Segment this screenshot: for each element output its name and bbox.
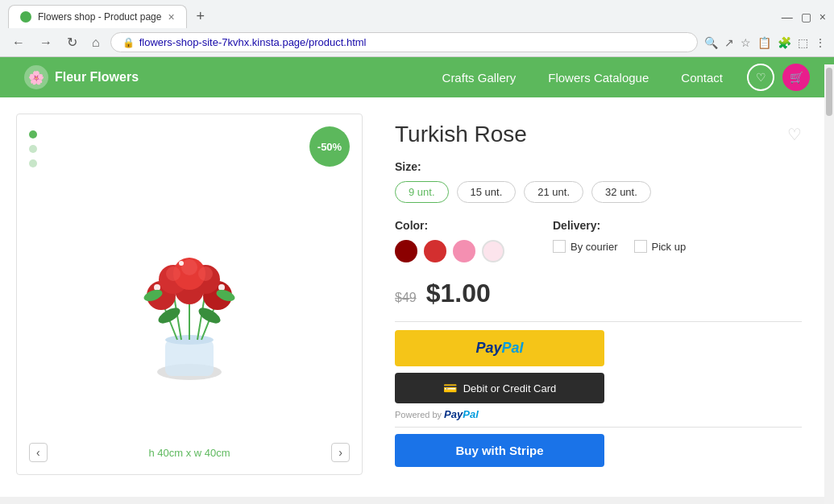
share-icon[interactable]: ↗: [724, 36, 734, 49]
svg-point-21: [179, 261, 184, 266]
pickup-checkbox[interactable]: [634, 240, 647, 253]
close-button[interactable]: ×: [819, 10, 826, 23]
site-logo[interactable]: 🌸 Fleur Flowers: [24, 65, 139, 89]
logo-text: Fleur Flowers: [55, 70, 139, 85]
powered-paypal-logo: PayPal: [444, 408, 479, 420]
wishlist-icon[interactable]: ♡: [787, 125, 802, 144]
cast-icon[interactable]: ⬚: [798, 36, 808, 49]
minimize-button[interactable]: —: [782, 10, 793, 23]
size-btn-21[interactable]: 21 unt.: [524, 181, 583, 203]
forward-button[interactable]: →: [35, 34, 56, 52]
courier-checkbox[interactable]: [553, 240, 566, 253]
delivery-courier-option[interactable]: By courier: [553, 240, 618, 253]
scrollbar[interactable]: [824, 64, 834, 504]
save-icon[interactable]: 📋: [757, 36, 771, 49]
size-label: Size:: [395, 160, 802, 173]
color-dark-red[interactable]: [395, 240, 417, 262]
svg-rect-1: [165, 340, 214, 376]
delivery-options: By courier Pick up: [553, 240, 686, 253]
card-button[interactable]: 💳 Debit or Credit Card: [395, 373, 604, 403]
divider-1: [395, 321, 802, 322]
logo-icon: 🌸: [24, 65, 48, 89]
browser-title-bar: Flowers shop - Product page × + — ▢ ×: [0, 0, 834, 28]
color-pink[interactable]: [453, 240, 475, 262]
divider-2: [395, 427, 802, 428]
product-image: [25, 122, 354, 428]
menu-icon[interactable]: ⋮: [815, 36, 826, 49]
size-btn-32[interactable]: 32 unt.: [591, 181, 651, 203]
discount-badge: -50%: [309, 126, 350, 167]
image-next-button[interactable]: ›: [331, 443, 350, 462]
nav-icons: ♡ 🛒: [747, 64, 810, 91]
product-image-panel: -50%: [16, 114, 363, 475]
dot-2[interactable]: [29, 145, 37, 153]
scrollbar-thumb[interactable]: [826, 68, 832, 116]
tab-close-button[interactable]: ×: [168, 10, 174, 23]
color-light-pink[interactable]: [482, 240, 504, 262]
image-dimensions: h 40cm x w 40cm: [148, 447, 230, 459]
tab-title: Flowers shop - Product page: [38, 11, 161, 23]
new-tab-button[interactable]: +: [190, 5, 212, 28]
bookmark-icon[interactable]: ☆: [741, 36, 751, 49]
svg-point-18: [198, 266, 213, 281]
dot-3[interactable]: [29, 159, 37, 167]
image-navigation: ‹ h 40cm x w 40cm ›: [29, 443, 350, 462]
svg-point-17: [166, 266, 180, 281]
cart-nav-button[interactable]: 🛒: [782, 64, 810, 91]
product-title: Turkish Rose: [395, 122, 527, 147]
window-controls: — ▢ ×: [782, 10, 826, 23]
maximize-button[interactable]: ▢: [801, 10, 811, 23]
svg-point-20: [218, 284, 225, 291]
size-btn-9[interactable]: 9 unt.: [395, 181, 449, 203]
powered-text: Powered by: [395, 410, 442, 419]
nav-contact[interactable]: Contact: [681, 71, 723, 85]
product-title-row: Turkish Rose ♡: [395, 122, 802, 147]
color-swatches: [395, 240, 504, 262]
search-icon[interactable]: 🔍: [704, 36, 718, 49]
courier-label: By courier: [571, 241, 618, 253]
back-button[interactable]: ←: [8, 34, 29, 52]
current-price: $1.00: [426, 279, 491, 308]
color-label: Color:: [395, 219, 504, 232]
refresh-button[interactable]: ↻: [63, 33, 81, 52]
dot-1[interactable]: [29, 130, 37, 138]
pickup-label: Pick up: [652, 241, 687, 253]
card-icon: 💳: [443, 382, 457, 395]
page-content: 🌸 Fleur Flowers Crafts Gallery Flowers C…: [0, 57, 834, 497]
tab-favicon: [20, 11, 31, 23]
svg-point-16: [181, 259, 197, 275]
browser-address-bar: ← → ↻ ⌂ 🔒 flowers-shop-site-7kvhx.kinsta…: [0, 28, 834, 56]
color-delivery-row: Color: Delivery: By: [395, 219, 802, 262]
price-row: $49 $1.00: [395, 279, 802, 308]
wishlist-nav-button[interactable]: ♡: [747, 64, 774, 91]
browser-chrome: Flowers shop - Product page × + — ▢ × ← …: [0, 0, 834, 57]
nav-flowers-catalogue[interactable]: Flowers Catalogue: [548, 71, 649, 85]
home-button[interactable]: ⌂: [88, 34, 104, 52]
extensions-icon[interactable]: 🧩: [778, 36, 791, 49]
color-red[interactable]: [424, 240, 446, 262]
paypal-button[interactable]: PayPal: [395, 330, 604, 366]
image-prev-button[interactable]: ‹: [29, 443, 48, 462]
original-price: $49: [395, 291, 417, 305]
size-options: 9 unt. 15 unt. 21 unt. 32 unt.: [395, 181, 802, 203]
address-icons: 🔍 ↗ ☆ 📋 🧩 ⬚ ⋮: [704, 36, 826, 49]
nav-crafts-gallery[interactable]: Crafts Gallery: [442, 71, 517, 85]
powered-by: Powered by PayPal: [395, 408, 802, 420]
delivery-pickup-option[interactable]: Pick up: [634, 240, 687, 253]
browser-tab[interactable]: Flowers shop - Product page ×: [8, 5, 187, 28]
delivery-label: Delivery:: [553, 219, 686, 232]
size-btn-15[interactable]: 15 unt.: [457, 181, 517, 203]
product-info: Turkish Rose ♡ Size: 9 unt. 15 unt. 21 u…: [379, 114, 818, 475]
address-bar[interactable]: 🔒 flowers-shop-site-7kvhx.kinsta.page/pr…: [110, 32, 698, 52]
svg-point-19: [154, 284, 160, 291]
lock-icon: 🔒: [122, 37, 135, 48]
image-dots: [29, 130, 37, 167]
url-text: flowers-shop-site-7kvhx.kinsta.page/prod…: [139, 36, 686, 48]
color-section: Color:: [395, 219, 504, 262]
site-nav: 🌸 Fleur Flowers Crafts Gallery Flowers C…: [0, 57, 834, 97]
product-area: -50%: [0, 97, 834, 491]
stripe-button[interactable]: Buy with Stripe: [395, 434, 604, 467]
card-label: Debit or Credit Card: [463, 382, 557, 395]
paypal-label: PayPal: [475, 340, 523, 357]
delivery-section: Delivery: By courier Pick up: [553, 219, 686, 262]
